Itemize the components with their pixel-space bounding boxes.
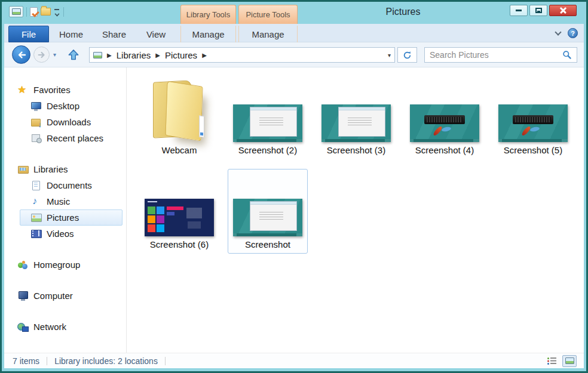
sidebar-item-music[interactable]: Music [4,193,126,209]
file-label: Screenshot (6) [150,239,209,251]
help-icon[interactable]: ? [568,28,578,38]
breadcrumb-pictures[interactable]: Pictures [165,50,197,60]
file-thumbnail [498,104,568,142]
pictures-location-icon [93,52,102,58]
tab-view[interactable]: View [137,26,174,42]
thumbnail-art [410,139,479,142]
status-bar: 7 items Library includes: 2 locations [4,353,584,368]
thumbnail-art [424,115,464,124]
new-folder-icon[interactable] [41,8,51,16]
minimize-button[interactable] [510,5,528,16]
sidebar-item-homegroup[interactable]: Homegroup [4,257,126,273]
minimize-icon [516,10,522,11]
folder-thumbnail [148,80,210,142]
address-bar-row: ▾ ▶ Libraries ▶ Pictures ▶ ▾ [4,42,584,67]
explorer-pictures-icon[interactable] [9,6,23,17]
file-item-screenshot-3[interactable]: Screenshot (3) [316,75,396,159]
search-icon[interactable] [562,50,572,60]
thumbnail-art [442,126,452,132]
file-item-webcam[interactable]: Webcam [139,75,219,159]
desktop-icon [30,101,42,111]
pictures-icon [30,212,42,223]
desktop-window-thumbnail [233,199,302,236]
file-thumbnail [148,80,210,142]
sidebar-item-favorites[interactable]: Favorites [4,82,126,98]
main-area: Favorites Desktop Downloads Recent place… [4,67,584,353]
tab-manage-picture[interactable]: Manage [238,26,298,42]
sidebar-item-videos[interactable]: Videos [4,226,126,242]
breadcrumb[interactable]: ▶ Libraries ▶ Pictures ▶ ▾ [89,47,395,63]
tab-file[interactable]: File [8,26,49,42]
file-label: Screenshot (2) [238,145,297,156]
ribbon-tab-row: File Home Share View Manage Manage ? [4,24,584,42]
file-item-screenshot-2[interactable]: Screenshot (2) [228,75,308,159]
tab-manage-library[interactable]: Manage [180,26,236,42]
thumbnail-art [521,125,531,136]
homegroup-icon [17,260,29,270]
file-label: Screenshot (3) [327,145,385,156]
thumbnail-art [233,233,302,236]
file-label: Screenshot [245,239,290,251]
close-button[interactable] [549,5,577,16]
tab-home[interactable]: Home [53,26,90,42]
thumbnail-art [513,115,553,124]
sidebar-gap [4,304,126,319]
thumbnail-art [233,139,302,142]
pictures-glyph [12,8,21,15]
tab-share[interactable]: Share [96,26,133,42]
refresh-icon [403,51,412,60]
sidebar-item-pictures[interactable]: Pictures [20,209,122,226]
forward-icon [37,50,47,60]
sidebar-gap [4,146,126,161]
thumbnail-art [165,81,203,141]
breadcrumb-arrow-icon[interactable]: ▶ [202,52,207,58]
back-icon [16,50,27,60]
titlebar: Library Tools Picture Tools Pictures [4,2,584,24]
desktop-window-thumbnail [321,104,391,142]
network-icon [17,322,29,332]
sidebar-item-downloads[interactable]: Downloads [4,114,126,130]
up-icon [68,49,79,61]
file-item-screenshot-5[interactable]: Screenshot (5) [493,75,573,159]
favorites-star-icon [17,85,29,95]
breadcrumb-arrow-icon[interactable]: ▶ [155,52,160,58]
file-label: Webcam [162,145,197,156]
sidebar-item-desktop[interactable]: Desktop [4,98,126,114]
thumbnail-art [498,139,568,142]
library-tools-header: Library Tools [180,5,236,24]
breadcrumb-arrow-icon[interactable]: ▶ [107,52,112,58]
qat-separator [63,7,64,17]
qat-separator [26,7,27,17]
properties-check-icon[interactable] [30,7,38,17]
file-item-screenshot-4[interactable]: Screenshot (4) [405,75,485,159]
libraries-icon [17,164,29,174]
sidebar-item-computer[interactable]: Computer [4,288,126,304]
sidebar-item-network[interactable]: Network [4,319,126,335]
thumbnail-art [338,107,385,137]
thumbnail-art [433,125,443,136]
recent-pages-dropdown-icon[interactable]: ▾ [53,51,56,58]
maximize-button[interactable] [529,5,547,16]
window-title: Pictures [303,7,503,17]
qat-dropdown-icon[interactable] [54,8,60,16]
recent-places-icon [30,133,42,143]
back-button[interactable] [12,45,30,64]
details-view-button[interactable] [544,355,559,367]
sidebar-item-recent-places[interactable]: Recent places [4,130,126,146]
sidebar-item-libraries[interactable]: Libraries [4,161,126,177]
file-thumbnail [233,199,302,236]
breadcrumb-libraries[interactable]: Libraries [117,50,151,60]
sidebar-item-documents[interactable]: Documents [4,177,126,193]
forward-button[interactable] [33,47,50,63]
large-icons-view-icon [565,357,574,364]
computer-icon [17,291,29,301]
thumbnail-art [321,139,391,142]
up-button[interactable] [64,46,83,64]
refresh-button[interactable] [397,47,417,63]
file-item-screenshot[interactable]: Screenshot [228,169,308,254]
search-input[interactable] [430,50,562,60]
file-item-screenshot-6[interactable]: Screenshot (6) [139,169,219,254]
expand-ribbon-chevron-icon[interactable] [555,29,561,35]
address-dropdown-icon[interactable]: ▾ [388,52,391,58]
large-icons-view-button[interactable] [562,355,577,367]
